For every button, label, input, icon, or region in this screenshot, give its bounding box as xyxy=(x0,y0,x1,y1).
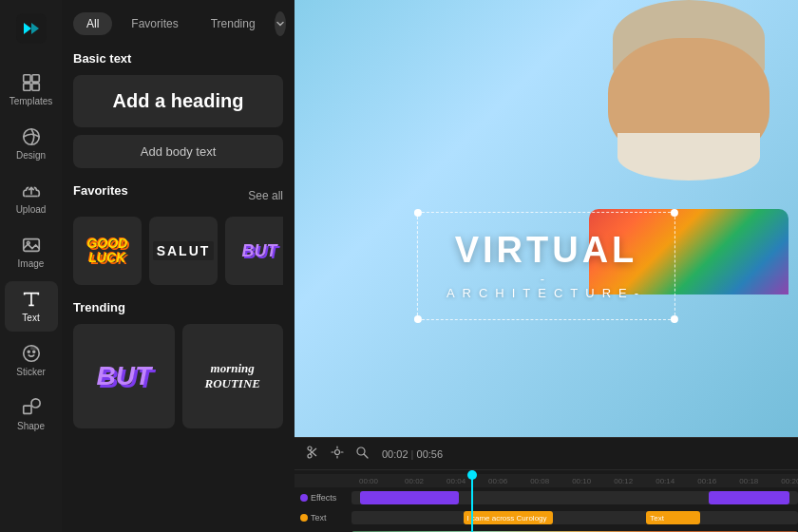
effects-clip-2[interactable] xyxy=(709,491,789,504)
text-clip-2[interactable]: Text xyxy=(646,511,699,524)
upload-icon xyxy=(21,180,42,201)
upload-label: Upload xyxy=(16,204,47,216)
effects-track-row: Effects xyxy=(294,488,798,507)
ruler-mark: 00:02 xyxy=(405,477,424,485)
fav-item-salut[interactable]: SALUT xyxy=(149,217,218,285)
overlay-text-line1: VIRTUAL xyxy=(446,232,646,268)
trending-grid: BUT morningROUTINE xyxy=(73,324,283,428)
image-icon xyxy=(21,235,42,256)
tab-trending[interactable]: Trending xyxy=(198,12,269,35)
time-current: 00:02 | 00:56 xyxy=(382,448,443,460)
cut-icon xyxy=(306,446,319,459)
svg-point-5 xyxy=(23,129,39,145)
ruler-marks: 00:00 00:02 00:04 00:06 00:08 00:10 00:1… xyxy=(359,477,798,485)
ruler-mark: 00:12 xyxy=(614,477,633,485)
trending-item-but[interactable]: BUT xyxy=(73,324,175,428)
sidebar: Templates Design Upload xyxy=(0,0,62,532)
text-label: Text xyxy=(22,313,39,324)
design-label: Design xyxy=(16,150,46,162)
sidebar-item-design[interactable]: Design xyxy=(5,119,58,169)
canvas-background: VIRTUAL -ARCHITECTURE- xyxy=(294,0,798,532)
sidebar-item-sticker[interactable]: Sticker xyxy=(5,335,58,386)
svg-point-12 xyxy=(28,351,29,352)
svg-rect-7 xyxy=(23,239,39,252)
favorites-title: Favorites xyxy=(73,183,128,198)
svg-rect-3 xyxy=(23,84,29,90)
ruler-mark: 00:16 xyxy=(697,477,716,485)
app-container: Templates Design Upload xyxy=(0,0,798,532)
svg-point-23 xyxy=(300,494,308,502)
text-track-content[interactable]: I came across Curology Text xyxy=(352,511,798,524)
effects-track-content[interactable] xyxy=(352,491,798,504)
text-panel: All Favorites Trending Basic text Add a … xyxy=(62,0,294,532)
handle-bottom-left[interactable] xyxy=(414,315,422,323)
design-icon xyxy=(21,126,42,147)
video-track-row xyxy=(294,528,798,532)
timeline-settings-button[interactable] xyxy=(329,444,346,464)
good-luck-text: GOODLUCK xyxy=(87,237,128,266)
tab-favorites[interactable]: Favorites xyxy=(118,12,191,35)
see-all-link[interactable]: See all xyxy=(248,189,283,202)
svg-point-24 xyxy=(300,514,308,522)
text-track-row: Text I came across Curology Text xyxy=(294,508,798,527)
app-logo xyxy=(14,11,48,46)
trending-item-morning-routine[interactable]: morningROUTINE xyxy=(182,324,284,428)
timeline-cut-button[interactable] xyxy=(304,444,321,464)
zoom-icon xyxy=(355,446,369,459)
fav-item-good-luck[interactable]: GOODLUCK xyxy=(73,217,142,285)
favorites-header: Favorites See all xyxy=(73,183,283,207)
basic-text-title: Basic text xyxy=(73,51,283,66)
svg-point-13 xyxy=(32,351,34,352)
svg-point-16 xyxy=(308,446,312,450)
svg-line-22 xyxy=(364,454,368,458)
svg-rect-2 xyxy=(31,75,38,82)
but-trending-text: BUT xyxy=(96,361,151,391)
text-icon xyxy=(21,289,42,310)
ruler-mark: 00:14 xyxy=(656,477,674,485)
templates-icon xyxy=(21,72,42,93)
effects-clip-1[interactable] xyxy=(360,491,458,504)
timeline-bar: 00:02 | 00:56 00:00 00:02 00:04 xyxy=(294,437,798,532)
sidebar-item-shape[interactable]: Shape xyxy=(5,390,58,440)
sidebar-item-text[interactable]: Text xyxy=(5,281,58,332)
add-body-button[interactable]: Add body text xyxy=(73,135,283,168)
timeline-playhead[interactable] xyxy=(471,470,473,532)
tab-all[interactable]: All xyxy=(73,12,112,35)
handle-bottom-right[interactable] xyxy=(671,315,678,323)
handle-top-left[interactable] xyxy=(414,209,422,217)
morning-routine-text: morningROUTINE xyxy=(204,361,260,390)
effects-icon xyxy=(300,494,308,502)
timeline-tracks: 00:00 00:02 00:04 00:06 00:08 00:10 00:1… xyxy=(294,470,798,532)
ruler-mark: 00:06 xyxy=(488,477,507,485)
timeline-controls: 00:02 | 00:56 xyxy=(294,438,798,470)
timeline-ruler: 00:00 00:02 00:04 00:06 00:08 00:10 00:1… xyxy=(294,474,798,487)
canvas-area: VIRTUAL -ARCHITECTURE- xyxy=(294,0,798,532)
sidebar-item-upload[interactable]: Upload xyxy=(5,173,58,223)
text-overlay[interactable]: VIRTUAL -ARCHITECTURE- xyxy=(417,212,675,320)
more-tabs-button[interactable] xyxy=(275,11,286,36)
ruler-mark: 00:18 xyxy=(739,477,758,485)
text-track-label: Text xyxy=(294,513,352,522)
sidebar-item-templates[interactable]: Templates xyxy=(5,65,58,115)
timeline-zoom-button[interactable] xyxy=(353,444,370,464)
text-clip-1[interactable]: I came across Curology xyxy=(464,511,553,524)
ruler-mark: 00:08 xyxy=(530,477,549,485)
ruler-mark: 00:04 xyxy=(446,477,466,485)
svg-point-17 xyxy=(308,454,312,458)
svg-point-20 xyxy=(335,450,340,455)
trending-title: Trending xyxy=(73,300,283,314)
sticker-label: Sticker xyxy=(16,367,46,378)
sidebar-item-image[interactable]: Image xyxy=(5,227,58,277)
image-label: Image xyxy=(18,258,45,270)
ruler-mark: 00:10 xyxy=(572,477,591,485)
fav-item-but[interactable]: BUT xyxy=(225,217,283,285)
chevron-down-icon xyxy=(275,18,286,29)
text-track-icon xyxy=(300,514,308,522)
ruler-mark: 00:20 xyxy=(781,477,798,485)
templates-label: Templates xyxy=(10,96,53,107)
add-heading-button[interactable]: Add a heading xyxy=(73,75,283,127)
svg-rect-1 xyxy=(23,75,29,82)
panel-content: Basic text Add a heading Add body text F… xyxy=(62,44,294,532)
favorites-row: GOODLUCK SALUT BUT › xyxy=(73,217,283,285)
overlay-text-line2: -ARCHITECTURE- xyxy=(446,272,646,300)
